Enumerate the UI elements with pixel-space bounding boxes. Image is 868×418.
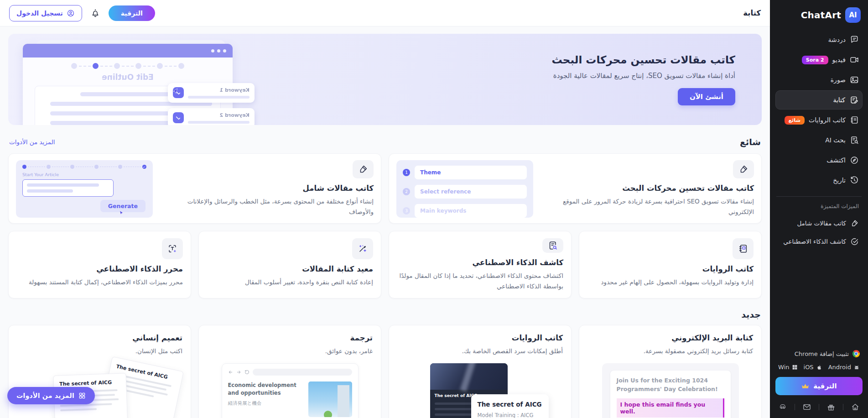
more-tools-floating-button[interactable]: المزيد من الأدوات [7,387,95,404]
step-keywords: Main keywords [415,204,527,218]
sidebar-item-image[interactable]: صورة [775,70,863,89]
chrome-icon [852,350,860,357]
brand[interactable]: AI ChatArt [775,5,863,30]
divider [843,404,843,410]
new-section-header: جديد [9,309,761,319]
keyword-chip: Keyword 1 [168,83,255,103]
step-theme: Theme [415,166,527,179]
sidebar-item-writing[interactable]: كتابة [775,90,863,110]
card-title: كاتب مقالات شامل [303,184,374,193]
login-label: تسجيل الدخول [16,10,63,17]
more-tools-link[interactable]: المزيد من الأدوات [9,138,55,146]
sidebar-upgrade-button[interactable]: الترقية [775,377,863,395]
platform-win[interactable]: Win [778,364,797,371]
create-now-button[interactable]: أنشئ الآن [678,88,735,105]
video-icon [850,55,859,64]
card-description: إدارة وتوليد الروايات بسهولة، الحصول على… [601,277,754,287]
card-article-rewriter[interactable]: معيد كتابة المقالات إعادة كتابة النص بنق… [198,231,381,298]
seo-steps-mockup: 1 Theme 2 Select reference 3 Main keywor… [396,160,533,217]
hero-banner: كاتب مقالات تحسين محركات البحث أداة إنشا… [8,34,762,125]
novel-mockup: The secret of AICG The secret of AICG Mo… [397,363,563,418]
content: كاتب مقالات تحسين محركات البحث أداة إنشا… [0,26,770,418]
hero-illustration: Edit Outline Keyword 1 [18,40,265,125]
card-omni-article-writer[interactable]: كاتب مقالات شامل إنشاء أنواع مختلفة من ا… [8,153,381,224]
card-email-writing[interactable]: كتابة البريد الإلكتروني كتابة رسائل بريد… [579,325,762,418]
chatart-logo-icon: AI [845,7,861,23]
login-button[interactable]: تسجيل الدخول [9,5,82,21]
ai-search-icon [850,136,859,145]
home-icon[interactable] [851,402,860,412]
card-description: اكتب مثل الإنسان. [17,346,182,356]
mock-input [22,179,114,197]
card-translation[interactable]: ترجمة غامر، بدون عوائق. [198,325,381,418]
sidebar-item-label: كتابة [833,96,845,104]
sidebar-item-label: بحث AI [825,136,846,144]
card-novel-writer[interactable]: كاتب الروايات إدارة وتوليد الروايات بسهو… [579,231,762,298]
sidebar-item-history[interactable]: تاريخ [775,171,863,190]
main-area: كتابة الترقية تسجيل الدخول كاتب مقالات ت… [0,0,770,418]
premium-section-title: الميزات المتميزة [775,202,863,214]
popular-badge: شائع [785,116,805,125]
platform-android[interactable]: Android [828,364,860,371]
email-subject: Join Us for the Exciting 1024 Programmer… [617,376,724,394]
sidebar-item-ai-search[interactable]: بحث AI [775,131,863,150]
discord-icon[interactable] [778,402,787,412]
sidebar-divider [776,196,862,197]
sidebar-item-ai-detector[interactable]: كاشف الذكاء الاصطناعي [775,232,863,251]
card-title: محرر الذكاء الاصطناعي [96,265,183,273]
mail-icon[interactable] [802,402,811,412]
platform-ios[interactable]: iOS [804,364,822,371]
sidebar-item-label: كاتب الروايات [809,116,846,124]
card-description: محرر بميزات الذكاء الاصطناعي، إكمال كتاب… [29,277,183,287]
wand-icon [352,238,373,259]
sora-badge: Sora 2 [802,56,828,64]
chat-icon [850,35,859,44]
popular-section-header: شائع المزيد من الأدوات [9,137,761,147]
paper-title: The secret of AICG [59,379,120,387]
card-title: معيد كتابة المقالات [302,265,373,273]
notification-bell-icon[interactable] [90,8,100,18]
translation-en-text: Economic development and opportunities [228,381,303,397]
android-icon [853,364,860,371]
forward-icon [236,370,241,375]
card-title: كاتب الروايات [397,334,563,342]
browser-mockup: Edit Outline Keyword 1 [23,44,233,125]
win-label: Win [778,364,789,371]
card-ai-editor[interactable]: محرر الذكاء الاصطناعي محرر بميزات الذكاء… [8,231,191,298]
cursor-icon [119,210,125,216]
browser-titlebar [23,44,233,57]
sidebar-item-novel-writer[interactable]: كاتب الروايات شائع [775,110,863,130]
sidebar-item-omni-writer[interactable]: كاتب مقالات شامل [775,214,863,232]
platforms-row: Win iOS Android [775,360,863,372]
card-title: كاتب الروايات [702,265,754,273]
card-ai-detector[interactable]: كاشف الذكاء الاصطناعي اكتشاف محتوى الذكا… [389,231,572,298]
card-seo-article-writer[interactable]: كاتب مقالات تحسين محركات البحث إنشاء مقا… [389,153,762,224]
keyword-chip: Keyword 2 [168,108,255,125]
keyword-label: Keyword 2 [188,112,249,118]
floating-button-label: المزيد من الأدوات [16,392,74,399]
brand-name: ChatArt [801,10,841,21]
chrome-extension-link[interactable]: تثبيت إضافة Chrome [775,347,863,360]
card-novel-writer-new[interactable]: كاتب الروايات أطلق إمكانات سرد القصص الخ… [389,325,572,418]
sidebar-item-discover[interactable]: اكتشف [775,151,863,170]
edit-outline-label: Edit Outline [35,73,221,82]
image-icon [850,75,859,84]
book-info-subtitle: Model Training : AICG [478,412,542,418]
sidebar-item-video[interactable]: فيديو Sora 2 [775,50,863,69]
check-circle-icon [850,237,859,246]
card-title: كاشف الذكاء الاصطناعي [472,258,563,267]
start-article-label: Start Your Article [22,172,146,177]
card-title: تعميم إنساني [17,334,182,342]
sidebar-bottom: تثبيت إضافة Chrome Win iOS Android الترق… [775,347,863,413]
sidebar-item-label: دردشة [828,36,846,43]
detector-icon [542,238,563,253]
card-title: ترجمة [207,334,373,342]
keyword-label: Keyword 1 [188,87,249,93]
stepper [35,63,221,69]
step-reference: Select reference [415,185,527,199]
sidebar-item-chat[interactable]: دردشة [775,30,863,49]
ios-label: iOS [804,364,814,371]
gift-icon[interactable] [826,402,836,412]
sidebar-item-label: صورة [831,76,846,84]
header-upgrade-button[interactable]: الترقية [109,5,155,21]
